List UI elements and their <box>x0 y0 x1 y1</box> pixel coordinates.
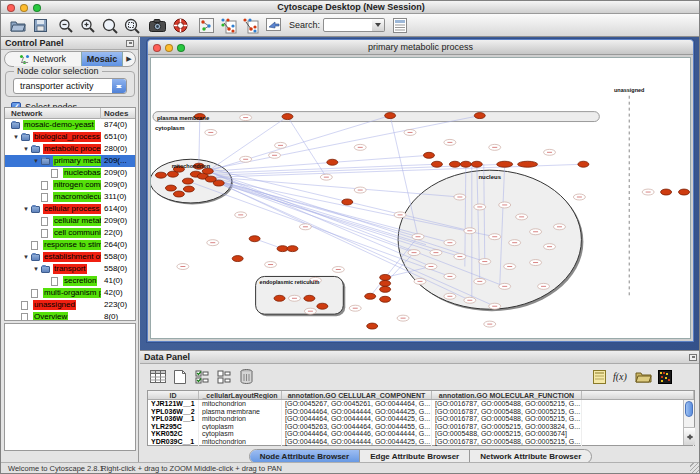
tree-row-label[interactable]: mosaic-demo-yeast <box>23 120 95 130</box>
tab-mosaic[interactable]: Mosaic <box>81 52 123 66</box>
tree-row-label[interactable]: transport <box>53 264 87 274</box>
table-cell[interactable]: [GO:0016787, GO:0005488, GO:0005215, G..… <box>432 415 582 423</box>
table-row[interactable]: YLR295Ccytoplasm[GO:0045263, GO:0044464,… <box>148 423 694 431</box>
table-cell[interactable]: [GO:0044464, GO:0044444, GO:0044425, G..… <box>282 438 432 446</box>
tree-row[interactable]: response to stimulu264(0) <box>5 239 135 251</box>
notes-button[interactable] <box>589 367 609 386</box>
expander-icon[interactable]: ▼ <box>33 155 39 167</box>
network-node[interactable] <box>165 185 176 191</box>
table-cell[interactable] <box>582 408 694 416</box>
tree-row-label[interactable]: cellular metabo <box>53 216 101 226</box>
layout-button-2[interactable] <box>241 17 259 34</box>
snapshot-button[interactable] <box>148 17 166 34</box>
table-cell[interactable]: [GO:0016787, GO:0005215, GO:0003824, G..… <box>432 423 582 431</box>
table-cell[interactable]: [GO:0045267, GO:0045261, GO:0044464, G..… <box>282 400 432 408</box>
expander-icon[interactable]: ▼ <box>23 251 29 263</box>
tree-row[interactable]: multi-organism pro42(0) <box>5 287 135 299</box>
table-cell[interactable]: [GO:0016787, GO:0005488, GO:0005215, G..… <box>432 438 582 446</box>
open-session-button[interactable] <box>9 17 27 34</box>
color-attribute-dropdown[interactable]: transporter activity <box>13 78 127 94</box>
tab-overflow-arrow[interactable]: ▶ <box>123 52 135 66</box>
tab-network[interactable]: Network <box>5 52 81 66</box>
table-cell[interactable] <box>582 430 694 438</box>
search-dropdown-button[interactable] <box>372 18 385 32</box>
zoom-out-button[interactable] <box>57 17 75 34</box>
network-window[interactable]: primary metabolic process plasma membran… <box>147 39 694 342</box>
tree-row-label[interactable]: response to stimulu <box>43 240 101 250</box>
resize-grip[interactable] <box>690 463 700 473</box>
network-node[interactable] <box>679 189 690 195</box>
table-row[interactable]: YPL036W__2plasma membrane[GO:0044464, GO… <box>148 408 694 416</box>
zoom-selected-button[interactable] <box>101 17 119 34</box>
network-node[interactable] <box>342 199 353 205</box>
expander-icon[interactable]: ▼ <box>33 263 39 275</box>
table-cell[interactable]: [GO:0016787, GO:0005488, GO:0005215, G..… <box>432 408 582 416</box>
network-node[interactable] <box>367 323 378 329</box>
network-node[interactable] <box>182 178 193 184</box>
table-cell[interactable]: [GO:0005488, GO:0005215, GO:0003674] <box>432 430 582 438</box>
tree-col-divider[interactable] <box>100 108 101 119</box>
table-row[interactable]: YPL036W__1mitochondrion[GO:0044464, GO:0… <box>148 415 694 423</box>
tree-row[interactable]: ▼transport558(0) <box>5 263 135 275</box>
annotation-network-button[interactable] <box>197 17 215 34</box>
network-node[interactable] <box>304 295 315 301</box>
table-cell[interactable] <box>582 438 694 446</box>
float-panel-icon[interactable] <box>126 40 134 47</box>
table-cell[interactable]: mitochondrion <box>199 415 282 423</box>
data-panel-float-icon[interactable] <box>689 354 697 361</box>
table-cell[interactable]: YJR121W__1 <box>148 400 199 408</box>
attribute-browser-button[interactable] <box>391 17 409 34</box>
table-cell[interactable] <box>582 415 694 423</box>
table-cell[interactable]: [GO:0044464, GO:0044444, GO:0044425, G..… <box>282 408 432 416</box>
network-node[interactable] <box>380 286 391 292</box>
tree-row-label[interactable]: Overview <box>33 312 68 321</box>
network-node[interactable] <box>431 161 442 167</box>
tree-row[interactable]: ▼cellular process614(0) <box>5 203 135 215</box>
table-row[interactable]: YDR039C__1mitochondrion[GO:0044464, GO:0… <box>148 438 694 446</box>
tree-row-label[interactable]: cell communicat <box>53 228 101 238</box>
table-cell[interactable]: YLR295C <box>148 423 199 431</box>
network-node[interactable] <box>205 176 216 182</box>
network-node[interactable] <box>380 296 391 302</box>
tree-row[interactable]: unassigned223(0) <box>5 299 135 311</box>
network-node[interactable] <box>423 152 434 158</box>
tree-col-network[interactable]: Network <box>11 108 94 119</box>
column-header[interactable]: ID <box>148 391 199 399</box>
network-node[interactable] <box>173 191 184 197</box>
network-node[interactable] <box>183 186 194 192</box>
network-node[interactable] <box>282 114 293 120</box>
network-node[interactable] <box>518 161 538 167</box>
tree-row[interactable]: nitrogen compo209(0) <box>5 179 135 191</box>
table-cell[interactable]: YKR052C <box>148 430 199 438</box>
column-header[interactable] <box>582 391 694 399</box>
column-header[interactable]: annotation.GO MOLECULAR_FUNCTION <box>432 391 582 399</box>
tree-row-label[interactable]: establishment of lo <box>43 252 101 262</box>
column-header[interactable]: _cellularLayoutRegion <box>199 391 282 399</box>
tree-row[interactable]: cellular metabo209(0) <box>5 215 135 227</box>
network-node[interactable] <box>449 161 460 167</box>
zoom-fit-button[interactable] <box>123 17 141 34</box>
tree-col-nodes[interactable]: Nodes <box>104 108 136 119</box>
tree-row-label[interactable]: metabolic process <box>43 144 101 154</box>
tree-row[interactable]: mosaic-demo-yeast874(0) <box>5 119 135 131</box>
network-node[interactable] <box>249 236 260 242</box>
tree-row-label[interactable]: biological_process <box>33 132 101 142</box>
table-scrollbar[interactable] <box>683 400 694 445</box>
tree-row-label[interactable]: unassigned <box>33 300 76 310</box>
table-row[interactable]: YKR052Ccytoplasm[GO:0044464, GO:0044446,… <box>148 430 694 438</box>
table-cell[interactable]: cytoplasm <box>199 430 282 438</box>
network-node[interactable] <box>460 161 471 167</box>
formula-builder-button[interactable]: f(x) <box>611 367 631 386</box>
table-row[interactable]: YJR121W__1mitochondrion[GO:0045267, GO:0… <box>148 400 694 408</box>
network-node[interactable] <box>155 172 166 178</box>
table-cell[interactable]: mitochondrion <box>199 438 282 446</box>
import-attributes-button[interactable] <box>633 367 653 386</box>
network-node[interactable] <box>497 161 513 167</box>
network-node[interactable] <box>317 303 328 309</box>
network-node[interactable] <box>474 113 485 119</box>
tree-row[interactable]: ▼biological_process651(0) <box>5 131 135 143</box>
vizmapper-button[interactable] <box>264 17 282 34</box>
network-node[interactable] <box>274 295 285 301</box>
table-cell[interactable] <box>582 400 694 408</box>
network-node[interactable] <box>277 246 288 252</box>
